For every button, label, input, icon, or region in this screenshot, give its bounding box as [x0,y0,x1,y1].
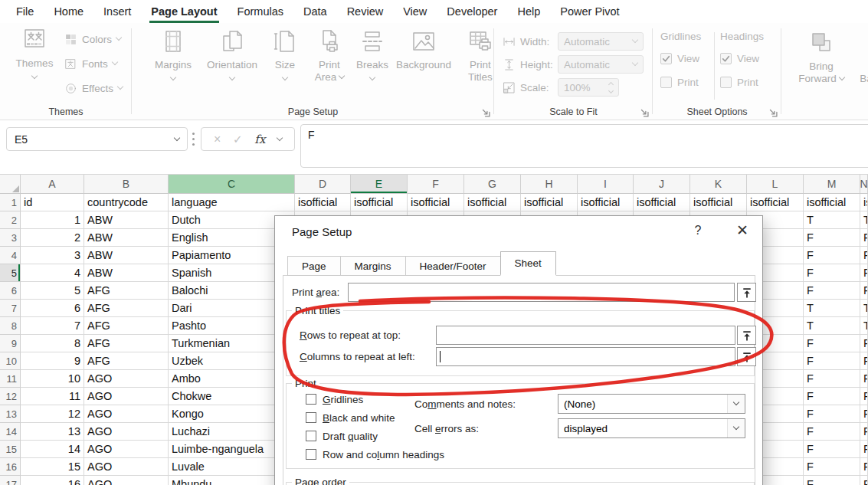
grid-cell-M16[interactable]: F [804,458,860,476]
grid-cell-A2[interactable]: 1 [21,211,84,229]
dialog-tab-header-footer[interactable]: Header/Footer [405,256,501,276]
grid-cell-N5[interactable]: F [860,264,868,282]
scale-to-fit-dialog-launcher-icon[interactable] [639,107,649,116]
grid-cell-M2[interactable]: T [804,211,860,229]
row-header-3[interactable]: 3 [0,229,21,247]
breaks-button[interactable]: Breaks [352,28,392,85]
grid-cell-M7[interactable]: T [804,300,860,317]
spinner-down-icon[interactable] [608,87,614,93]
grid-cell-N4[interactable]: F [860,247,868,264]
row-header-14[interactable]: 14 [0,423,21,441]
dialog-tab-page[interactable]: Page [287,256,341,276]
grid-cell-D1[interactable]: isofficial [295,194,351,211]
orientation-button[interactable]: Orientation [202,28,262,85]
combobox-dropdown-button[interactable] [727,419,745,437]
ribbon-tab-review[interactable]: Review [337,0,394,23]
grid-cell-B4[interactable]: ABW [84,247,169,264]
row-header-1[interactable]: 1 [0,194,21,211]
grid-cell-N12[interactable]: F [860,388,868,405]
grid-cell-M17[interactable]: F [804,476,860,485]
black-and-white-checkbox[interactable]: Black and white [306,411,395,424]
bring-forward-button[interactable]: Bring Forward [794,29,849,85]
grid-cell-B14[interactable]: AGO [84,423,169,441]
ribbon-tab-developer[interactable]: Developer [437,0,507,23]
draft-quality-checkbox[interactable]: Draft quality [306,429,378,443]
select-all-corner[interactable] [0,175,21,194]
grid-cell-A3[interactable]: 2 [21,229,84,247]
row-and-column-headings-checkbox[interactable]: Row and column headings [306,447,444,461]
ribbon-tab-help[interactable]: Help [507,0,550,23]
grid-cell-N10[interactable]: F [860,352,868,370]
grid-cell-A6[interactable]: 5 [21,282,84,300]
grid-cell-M8[interactable]: T [804,317,860,335]
grid-cell-B7[interactable]: AFG [84,300,169,317]
grid-cell-A10[interactable]: 9 [21,352,84,370]
cancel-icon[interactable]: × [214,133,221,146]
grid-cell-N2[interactable]: T [860,211,868,229]
grid-cell-B15[interactable]: AGO [84,441,169,458]
row-header-12[interactable]: 12 [0,388,21,405]
insert-function-icon[interactable]: fx [254,133,265,146]
grid-cell-H1[interactable]: isofficial [521,194,578,211]
colors-button[interactable]: Colors [64,31,121,48]
grid-cell-N9[interactable]: F [860,335,868,352]
grid-cell-J1[interactable]: isofficial [634,194,690,211]
cell-errors-combobox[interactable]: displayed [558,418,745,438]
column-header-K[interactable]: K [690,175,747,194]
column-header-C[interactable]: C [169,175,295,194]
grid-cell-M4[interactable]: F [804,247,860,264]
grid-cell-M14[interactable]: F [804,423,860,441]
formula-input[interactable]: F [300,124,868,168]
grid-cell-B5[interactable]: ABW [84,264,169,282]
row-header-17[interactable]: 17 [0,476,21,485]
grid-cell-B8[interactable]: AFG [84,317,169,335]
grid-cell-C1[interactable]: language [169,194,295,211]
grid-cell-B6[interactable]: AFG [84,282,169,300]
column-header-F[interactable]: F [408,175,464,194]
grid-cell-N17[interactable]: F [860,476,868,485]
effects-button[interactable]: Effects [64,80,123,97]
rows-to-repeat-field[interactable] [436,326,735,345]
margins-button[interactable]: Margins [150,28,196,85]
grid-cell-N11[interactable]: F [860,370,868,388]
background-button[interactable]: Background [395,28,452,71]
fonts-button[interactable]: Fonts [64,55,117,72]
themes-button[interactable]: Themes [12,26,57,84]
grid-cell-M13[interactable]: F [804,405,860,423]
row-header-13[interactable]: 13 [0,405,21,423]
print-area-field[interactable] [348,283,735,302]
size-button[interactable]: Size [267,28,303,85]
grid-cell-M1[interactable]: isofficial [804,194,860,211]
grid-cell-A15[interactable]: 14 [21,441,84,458]
print-area-collapse-button[interactable] [737,283,756,302]
row-header-4[interactable]: 4 [0,247,21,264]
grid-cell-B9[interactable]: AFG [84,335,169,352]
sheet-options-dialog-launcher-icon[interactable] [768,107,778,116]
column-header-E[interactable]: E [351,175,408,194]
print-area-button[interactable]: Print Area [308,28,351,84]
grid-cell-A11[interactable]: 10 [21,370,84,388]
ribbon-tab-power-pivot[interactable]: Power Pivot [550,0,629,23]
column-header-A[interactable]: A [21,175,84,194]
row-header-9[interactable]: 9 [0,335,21,352]
row-header-15[interactable]: 15 [0,441,21,458]
enter-icon[interactable]: ✓ [233,133,243,146]
column-header-N[interactable]: N [860,175,868,194]
row-header-10[interactable]: 10 [0,352,21,370]
grid-cell-K1[interactable]: isofficial [690,194,747,211]
comments-and-notes-combobox[interactable]: (None) [558,394,745,414]
grid-cell-M3[interactable]: F [804,229,860,247]
gridlines-checkbox[interactable]: Gridlines [306,392,363,406]
grid-cell-M10[interactable]: F [804,352,860,370]
grid-cell-A8[interactable]: 7 [21,317,84,335]
height-combobox[interactable]: Automatic [558,55,644,74]
grid-cell-M11[interactable]: F [804,370,860,388]
grid-cell-M9[interactable]: F [804,335,860,352]
rows-to-repeat-collapse-button[interactable] [737,326,756,345]
grid-cell-B11[interactable]: AGO [84,370,169,388]
grid-cell-A1[interactable]: id [21,194,84,211]
grid-cell-B13[interactable]: AGO [84,405,169,423]
ribbon-tab-view[interactable]: View [393,0,437,23]
grid-cell-A4[interactable]: 3 [21,247,84,264]
gridlines-print-checkbox[interactable]: Print [660,75,716,89]
